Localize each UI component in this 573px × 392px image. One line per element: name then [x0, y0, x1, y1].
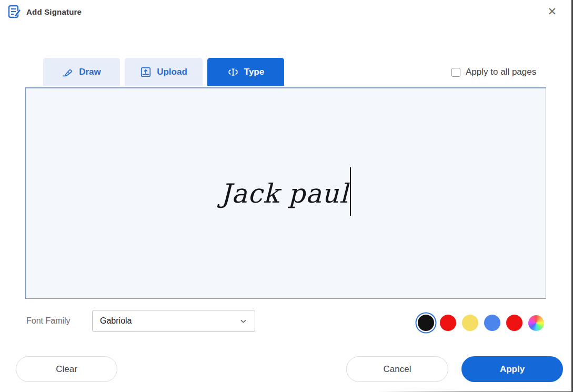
- font-family-label: Font Family: [26, 316, 71, 326]
- signature-text: Jack paul: [220, 178, 348, 209]
- font-family-value: Gabriola: [100, 316, 239, 326]
- color-swatch-yellow[interactable]: [462, 315, 478, 331]
- tab-type-label: Type: [244, 67, 264, 77]
- color-swatch-blue[interactable]: [484, 315, 500, 331]
- signature-canvas[interactable]: Jack paul: [25, 87, 546, 299]
- add-signature-icon: [7, 5, 22, 19]
- color-swatch-red[interactable]: [440, 315, 456, 331]
- color-swatches: [418, 315, 544, 331]
- close-icon[interactable]: ✕: [547, 6, 557, 17]
- tab-upload[interactable]: Upload: [125, 58, 203, 86]
- upload-icon: [140, 66, 152, 78]
- tab-draw-label: Draw: [79, 67, 101, 77]
- color-swatch-black[interactable]: [418, 315, 434, 331]
- apply-all-pages-checkbox[interactable]: [451, 68, 460, 77]
- tab-upload-label: Upload: [157, 67, 187, 77]
- color-swatch-red-2[interactable]: [506, 315, 522, 331]
- dialog-header: Add Signature: [7, 5, 82, 19]
- apply-all-pages-label: Apply to all pages: [466, 67, 536, 77]
- clear-button[interactable]: Clear: [16, 356, 117, 382]
- apply-button[interactable]: Apply: [461, 356, 563, 382]
- color-swatch-rainbow[interactable]: [528, 315, 544, 331]
- apply-all-pages-option: Apply to all pages: [451, 67, 536, 77]
- text-caret: [350, 167, 351, 216]
- font-family-select[interactable]: Gabriola: [92, 310, 255, 332]
- text-cursor-icon: [227, 66, 239, 78]
- cancel-button[interactable]: Cancel: [346, 356, 448, 382]
- dialog-title: Add Signature: [26, 7, 82, 16]
- tab-draw[interactable]: Draw: [43, 58, 120, 86]
- tab-type[interactable]: Type: [207, 58, 284, 86]
- chevron-down-icon: [239, 317, 247, 325]
- pen-icon: [62, 66, 74, 78]
